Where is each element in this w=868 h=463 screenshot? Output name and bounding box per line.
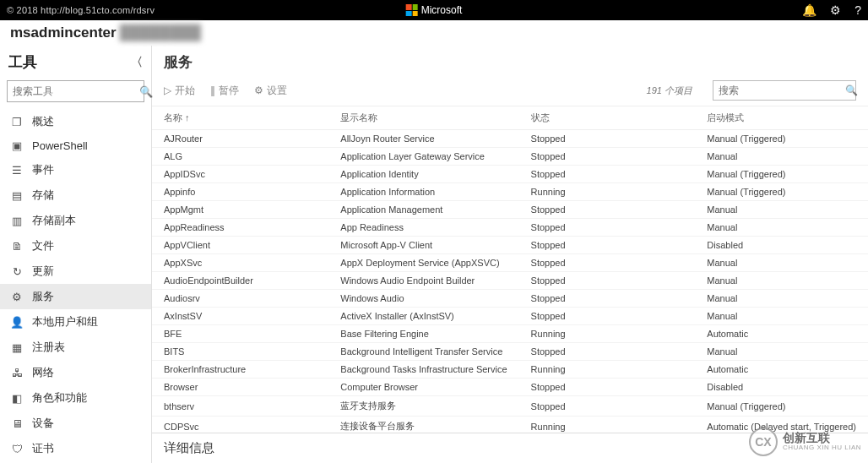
table-row[interactable]: BITSBackground Intelligent Transfer Serv… <box>152 343 868 361</box>
table-header-row: 名称 ↑显示名称状态启动模式 <box>152 106 868 130</box>
table-row[interactable]: bthserv蓝牙支持服务StoppedManual (Triggered) <box>152 396 868 417</box>
table-row[interactable]: AxInstSVActiveX Installer (AxInstSV)Stop… <box>152 308 868 325</box>
watermark: CX 创新互联 CHUANG XIN HU LIAN <box>749 428 861 456</box>
table-cell: AppX Deployment Service (AppXSVC) <box>328 254 518 272</box>
watermark-en: CHUANG XIN HU LIAN <box>783 444 861 452</box>
table-cell: Running <box>519 417 696 433</box>
sidebar-item[interactable]: ▦注册表 <box>0 335 151 360</box>
settings-icon[interactable]: ⚙ <box>830 3 841 17</box>
tools-search[interactable]: 🔍 <box>7 80 144 102</box>
table-cell: Manual <box>695 290 868 308</box>
table-row[interactable]: BrokerInfrastructureBackground Tasks Inf… <box>152 361 868 379</box>
table-cell: BITS <box>152 343 328 361</box>
nav-icon: ⚙ <box>10 291 24 303</box>
sidebar-item[interactable]: ▥存储副本 <box>0 208 151 233</box>
tools-search-input[interactable] <box>13 85 139 97</box>
table-cell: Automatic <box>695 361 868 379</box>
sidebar-item[interactable]: ⚙服务 <box>0 284 151 309</box>
sidebar: 工具 〈 🔍 ❐概述▣PowerShell☰事件▤存储▥存储副本🗎文件↻更新⚙服… <box>0 46 152 463</box>
table-row[interactable]: AudiosrvWindows AudioStoppedManual <box>152 290 868 308</box>
sidebar-item[interactable]: 🛡证书 <box>0 436 151 461</box>
brand-area: Microsoft <box>406 4 463 16</box>
watermark-cn: 创新互联 <box>783 432 861 444</box>
table-row[interactable]: AppMgmtApplication ManagementStoppedManu… <box>152 201 868 219</box>
brand-label: Microsoft <box>421 4 463 16</box>
services-table-wrap[interactable]: 名称 ↑显示名称状态启动模式 AJRouterAllJoyn Router Se… <box>152 106 868 433</box>
table-row[interactable]: BrowserComputer BrowserStoppedDisabled <box>152 379 868 396</box>
table-row[interactable]: AppXSvcAppX Deployment Service (AppXSVC)… <box>152 254 868 272</box>
column-header[interactable]: 启动模式 <box>695 106 868 130</box>
sidebar-item[interactable]: ❐概述 <box>0 109 151 134</box>
search-icon[interactable]: 🔍 <box>139 85 153 98</box>
sidebar-item-label: 文件 <box>32 238 54 253</box>
table-cell: BFE <box>152 325 328 343</box>
table-cell: CDPSvc <box>152 417 328 433</box>
search-icon[interactable]: 🔍 <box>845 84 858 96</box>
gear-icon: ⚙ <box>254 84 263 96</box>
column-header[interactable]: 状态 <box>519 106 696 130</box>
sidebar-item[interactable]: ◧角色和功能 <box>0 385 151 411</box>
notifications-icon[interactable]: 🔔 <box>802 3 816 17</box>
toolbar: ▷开始 ‖暂停 ⚙设置 191 个项目 🔍 <box>152 75 868 106</box>
table-cell: AppReadiness <box>152 219 328 237</box>
pause-button[interactable]: ‖暂停 <box>210 84 239 98</box>
table-cell: AxInstSV <box>152 308 328 325</box>
table-cell: Manual (Triggered) <box>695 166 868 183</box>
table-row[interactable]: AJRouterAllJoyn Router ServiceStoppedMan… <box>152 130 868 148</box>
table-row[interactable]: ALGApplication Layer Gateway ServiceStop… <box>152 148 868 166</box>
table-cell: AppMgmt <box>152 201 328 219</box>
nav-icon: ↻ <box>10 265 24 278</box>
table-cell: Audiosrv <box>152 290 328 308</box>
sidebar-item[interactable]: ▣PowerShell <box>0 134 151 157</box>
table-cell: ALG <box>152 148 328 166</box>
table-cell: Stopped <box>519 148 696 166</box>
nav-icon: ▣ <box>10 139 24 152</box>
sidebar-item[interactable]: 🖥设备 <box>0 411 151 436</box>
services-search[interactable]: 🔍 <box>713 80 856 101</box>
table-cell: Application Identity <box>328 166 518 183</box>
table-cell: Stopped <box>519 219 696 237</box>
nav-icon: ◧ <box>10 392 24 405</box>
sidebar-item[interactable]: 👤本地用户和组 <box>0 309 151 335</box>
settings-button[interactable]: ⚙设置 <box>254 84 287 98</box>
table-row[interactable]: AppVClientMicrosoft App-V ClientStoppedD… <box>152 237 868 254</box>
nav-icon: ▥ <box>10 215 24 227</box>
sidebar-item-label: 本地用户和组 <box>32 314 98 330</box>
table-cell: Stopped <box>519 290 696 308</box>
column-header[interactable]: 名称 ↑ <box>152 106 328 130</box>
titlebar-actions: 🔔 ⚙ ? <box>802 3 861 17</box>
pause-icon: ‖ <box>210 84 215 96</box>
table-cell: Appinfo <box>152 183 328 201</box>
table-cell: Manual (Triggered) <box>695 396 868 417</box>
sidebar-item-label: 网络 <box>32 365 54 380</box>
start-button[interactable]: ▷开始 <box>164 84 195 98</box>
sidebar-item-label: 注册表 <box>32 340 65 355</box>
table-row[interactable]: AppinfoApplication InformationRunningMan… <box>152 183 868 201</box>
table-cell: Application Management <box>328 201 518 219</box>
table-row[interactable]: BFEBase Filtering EngineRunningAutomatic <box>152 325 868 343</box>
sidebar-item[interactable]: 🖧网络 <box>0 360 151 385</box>
column-header[interactable]: 显示名称 <box>328 106 518 130</box>
sidebar-item[interactable]: ▤存储 <box>0 182 151 208</box>
breadcrumb: msadmincenter ████████ <box>0 20 868 46</box>
table-cell: BrokerInfrastructure <box>152 361 328 379</box>
help-icon[interactable]: ? <box>854 3 861 17</box>
nav-icon: 🖧 <box>10 367 24 379</box>
sidebar-item-label: 角色和功能 <box>32 390 87 406</box>
services-search-input[interactable] <box>719 84 845 96</box>
sidebar-item[interactable]: 🗎文件 <box>0 233 151 259</box>
table-cell: Stopped <box>519 130 696 148</box>
nav-icon: 🗎 <box>10 240 24 253</box>
table-row[interactable]: AppIDSvcApplication IdentityStoppedManua… <box>152 166 868 183</box>
table-cell: AudioEndpointBuilder <box>152 272 328 290</box>
table-row[interactable]: AppReadinessApp ReadinessStoppedManual <box>152 219 868 237</box>
collapse-sidebar-icon[interactable]: 〈 <box>131 55 143 70</box>
table-cell: Manual <box>695 272 868 290</box>
sidebar-item[interactable]: ☰事件 <box>0 157 151 182</box>
table-row[interactable]: AudioEndpointBuilderWindows Audio Endpoi… <box>152 272 868 290</box>
server-name[interactable]: msadmincenter <box>10 25 117 41</box>
table-cell: bthserv <box>152 396 328 417</box>
table-cell: Manual <box>695 219 868 237</box>
nav-icon: 👤 <box>10 316 24 329</box>
sidebar-item[interactable]: ↻更新 <box>0 259 151 284</box>
